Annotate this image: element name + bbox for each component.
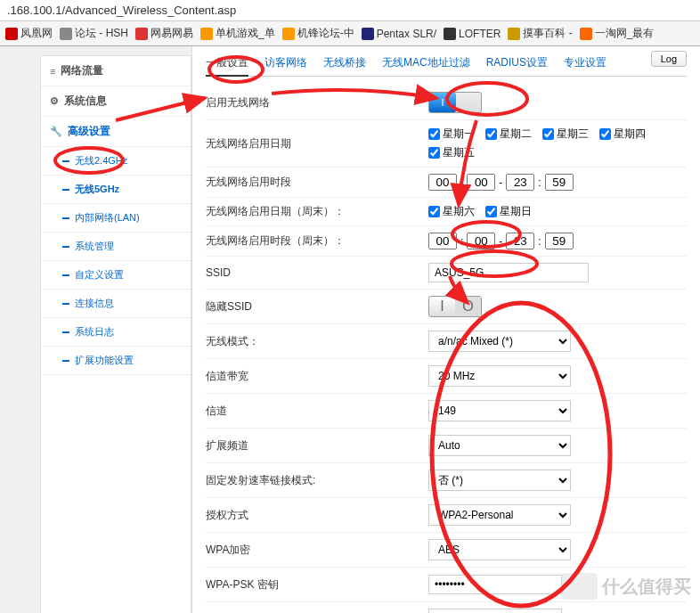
sidebar-subitem[interactable]: 连接信息 — [41, 290, 191, 318]
bookmark-icon — [580, 28, 592, 40]
bookmark-icon — [282, 28, 295, 40]
time-hour-start[interactable] — [428, 174, 457, 191]
bookmark-item[interactable]: LOFTER — [444, 28, 501, 40]
sidebar-subitem[interactable]: 系统管理 — [41, 233, 191, 261]
time-min-end[interactable] — [545, 233, 574, 249]
time-range-2: : - : — [428, 233, 687, 249]
enable-wireless-label: 启用无线网络 — [206, 95, 428, 110]
day-checkbox[interactable]: 星期五 — [428, 145, 475, 160]
sidebar: ≡网络流量⚙系统信息🔧高级设置无线2.4GHz无线5GHz内部网络(LAN)系统… — [40, 55, 191, 613]
bullet-icon — [62, 189, 69, 191]
time-min-end[interactable] — [545, 174, 574, 191]
watermark-icon — [562, 573, 598, 600]
fixed-rate-label: 固定发射速率链接模式: — [206, 473, 428, 488]
wpa-psk-input[interactable] — [428, 575, 562, 594]
bullet-icon — [62, 217, 69, 219]
sidebar-subitem[interactable]: 自定义设置 — [41, 261, 191, 290]
bookmark-item[interactable]: 论坛 - HSH — [60, 26, 128, 41]
url-bar: .168.100.1/Advanced_Wireless_Content.asp — [0, 0, 700, 21]
bandwidth-label: 信道带宽 — [206, 369, 428, 384]
bookmark-item[interactable]: 凤凰网 — [5, 26, 53, 41]
time-hour-end[interactable] — [506, 174, 534, 191]
sidebar-subitem[interactable]: 扩展功能设置 — [41, 347, 191, 375]
ext-channel-label: 扩展频道 — [206, 438, 428, 454]
bookmark-icon — [362, 28, 374, 40]
bullet-icon — [62, 331, 69, 333]
channel-label: 信道 — [206, 404, 428, 419]
time-min-start[interactable] — [467, 233, 495, 249]
section-icon: ⚙ — [50, 95, 59, 107]
bookmarks-bar: 凤凰网论坛 - HSH网易网易单机游戏_单机锋论坛-中Pentax SLR/LO… — [0, 21, 700, 46]
bullet-icon — [62, 274, 69, 276]
ssid-input[interactable] — [428, 263, 589, 282]
enable-days-label: 无线网络启用日期 — [206, 136, 428, 151]
time-min-start[interactable] — [467, 174, 495, 191]
weekend-checkboxes: 星期六星期日 — [428, 204, 687, 219]
hide-ssid-label: 隐藏SSID — [206, 299, 428, 315]
watermark: 什么值得买 — [562, 573, 691, 600]
weekend-checkbox[interactable]: 星期日 — [485, 204, 532, 219]
fixed-rate-select[interactable]: 否 (*) — [428, 470, 571, 491]
section-icon: 🔧 — [50, 126, 62, 137]
sidebar-subitem[interactable]: 内部网络(LAN) — [41, 204, 191, 233]
wpa-psk-label: WPA-PSK 密钥 — [206, 577, 428, 593]
bookmark-icon — [135, 28, 148, 40]
bullet-icon — [62, 160, 69, 162]
log-button[interactable]: Log — [651, 51, 687, 67]
sidebar-subitem[interactable]: 无线2.4GHz — [41, 147, 191, 176]
auth-select[interactable]: WPA2-Personal — [428, 504, 571, 526]
ssid-label: SSID — [206, 266, 428, 279]
wpa-enc-label: WPA加密 — [206, 543, 428, 558]
bookmark-item[interactable]: Pentax SLR/ — [362, 28, 436, 40]
bookmark-item[interactable]: 摸事百科 - — [508, 26, 572, 41]
enable-wireless-toggle[interactable]: I — [428, 92, 482, 113]
bandwidth-select[interactable]: 20 MHz — [428, 365, 571, 387]
enable-time-label: 无线网络启用时段 — [206, 175, 428, 190]
bullet-icon — [62, 303, 69, 305]
rekey-input[interactable] — [428, 609, 562, 613]
sidebar-section[interactable]: ≡网络流量 — [41, 56, 191, 86]
content-panel: Log 一般设置访客网络无线桥接无线MAC地址过滤RADIUS设置专业设置 启用… — [191, 46, 700, 613]
time-hour-end[interactable] — [506, 233, 534, 249]
channel-select[interactable]: 149 — [428, 400, 571, 421]
bookmark-icon — [444, 28, 456, 40]
sidebar-subitem[interactable]: 系统日志 — [41, 318, 191, 347]
day-checkbox[interactable]: 星期一 — [428, 127, 475, 142]
bookmark-item[interactable]: 机锋论坛-中 — [282, 26, 354, 41]
day-checkbox[interactable]: 星期二 — [485, 127, 532, 142]
bookmark-icon — [200, 28, 213, 40]
bookmark-icon — [508, 28, 520, 40]
time-hour-start[interactable] — [428, 233, 457, 249]
tab-item[interactable]: RADIUS设置 — [486, 55, 548, 70]
ext-channel-select[interactable]: Auto — [428, 435, 571, 456]
weekend-checkbox[interactable]: 星期六 — [428, 204, 475, 219]
day-checkbox[interactable]: 星期四 — [599, 127, 646, 142]
bullet-icon — [62, 246, 69, 248]
weekday-checkboxes: 星期一星期二星期三星期四星期五 — [428, 127, 687, 160]
section-icon: ≡ — [50, 66, 55, 77]
bookmark-item[interactable]: 单机游戏_单 — [200, 26, 275, 41]
tab-item[interactable]: 专业设置 — [564, 55, 606, 70]
sidebar-subitem[interactable]: 无线5GHz — [41, 176, 191, 204]
enable-time-weekend-label: 无线网络启用时段（周末）： — [206, 233, 428, 249]
auth-label: 授权方式 — [206, 508, 428, 523]
bookmark-icon — [5, 28, 18, 40]
wpa-enc-select[interactable]: AES — [428, 539, 571, 560]
time-range-1: : - : — [428, 174, 687, 191]
enable-days-weekend-label: 无线网络启用日期（周末）： — [206, 204, 428, 219]
sidebar-section[interactable]: ⚙系统信息 — [41, 86, 191, 117]
tab-item[interactable]: 无线桥接 — [323, 55, 366, 70]
day-checkbox[interactable]: 星期三 — [542, 127, 589, 142]
bookmark-item[interactable]: 一淘网_最有 — [580, 26, 655, 41]
mode-select[interactable]: a/n/ac Mixed (*) — [428, 331, 571, 352]
tab-item[interactable]: 访客网络 — [265, 55, 307, 70]
mode-label: 无线模式： — [206, 334, 428, 349]
tab-item[interactable]: 一般设置 — [206, 55, 248, 77]
bookmark-icon — [60, 28, 72, 40]
tab-item[interactable]: 无线MAC地址过滤 — [382, 55, 470, 70]
sidebar-section[interactable]: 🔧高级设置 — [41, 117, 191, 147]
bookmark-item[interactable]: 网易网易 — [135, 26, 193, 41]
tabs: 一般设置访客网络无线桥接无线MAC地址过滤RADIUS设置专业设置 — [206, 55, 687, 77]
hide-ssid-toggle[interactable]: IO — [428, 296, 482, 317]
bullet-icon — [62, 360, 69, 362]
